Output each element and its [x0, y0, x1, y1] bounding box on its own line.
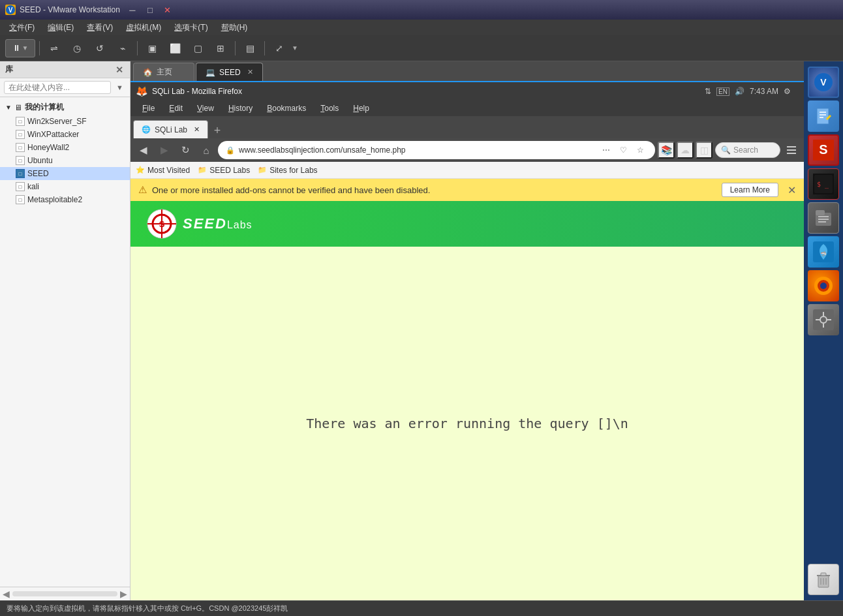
menu-vm[interactable]: 虚拟机(M)	[119, 21, 168, 35]
seed-tab-close-button[interactable]: ✕	[247, 68, 253, 76]
language-icon: EN	[716, 87, 729, 96]
ff-library-icons: 📚 ☁ ◫	[658, 142, 713, 159]
svg-text:V: V	[8, 7, 13, 14]
revert-button[interactable]: ↺	[89, 39, 110, 57]
firefox-hamburger-menu[interactable]	[783, 142, 800, 159]
seedlabs-logo: S SEEDLabs	[146, 208, 253, 239]
vm-icon-seed: □	[16, 169, 25, 178]
settings-icon[interactable]: ⚙	[784, 87, 791, 96]
snapshot-button[interactable]: ◷	[67, 39, 87, 57]
status-message: 要将输入定向到该虚拟机，请将鼠标指针移入其中或按 Ctrl+G。	[7, 604, 209, 613]
ff-menu-help[interactable]: Help	[346, 102, 376, 114]
vm-item-metasploitable[interactable]: □ Metasploitable2	[0, 193, 130, 206]
dock-trash-icon[interactable]	[808, 564, 839, 595]
menu-edit[interactable]: 编辑(E)	[41, 21, 80, 35]
learn-more-button[interactable]: Learn More	[722, 183, 778, 197]
library-search-input[interactable]	[4, 81, 111, 94]
send-ctrl-alt-del[interactable]: ⌁	[112, 39, 133, 57]
sqli-tab-close-button[interactable]: ✕	[194, 125, 200, 134]
search-box[interactable]: 🔍 Search	[715, 142, 780, 158]
home-nav-button[interactable]: ⌂	[197, 141, 215, 159]
notification-text: One or more installed add-ons cannot be …	[152, 185, 716, 195]
dock-tools-icon[interactable]	[808, 304, 839, 335]
dock-vmware-icon[interactable]: V	[808, 67, 839, 98]
sqli-tab-label: SQLi Lab	[155, 125, 187, 134]
dock-terminal-icon[interactable]: $ _	[808, 168, 839, 200]
window-controls: ─ □ ✕	[124, 3, 176, 17]
back-button[interactable]: ◀	[134, 141, 153, 159]
svg-text:$ _: $ _	[817, 181, 829, 189]
scroll-right-icon[interactable]: ▶	[120, 589, 127, 599]
sidebar-toggle-button[interactable]: ◫	[696, 142, 713, 159]
close-button[interactable]: ✕	[159, 3, 176, 17]
ff-menu-view[interactable]: View	[191, 102, 221, 114]
vm-label-metasploitable: Metasploitable2	[27, 195, 82, 204]
bookmarks-bar: ⭐ Most Visited 📁 SEED Labs 📁 Sites for L…	[130, 162, 804, 179]
normal-view-button[interactable]: ▣	[142, 39, 162, 57]
bookmark-most-visited[interactable]: ⭐ Most Visited	[136, 166, 190, 175]
svg-rect-9	[817, 108, 829, 124]
firefox-title-bar: 🦊 SQLi Lab - Mozilla Firefox ⇅ EN 🔊 7:43…	[130, 82, 804, 100]
autofit-button[interactable]: ⊞	[210, 39, 231, 57]
vm-item-honeywall[interactable]: □ HoneyWall2	[0, 141, 130, 154]
dock-wireshark-icon[interactable]: 🦈	[808, 236, 839, 268]
dock-firefox-icon[interactable]	[808, 270, 839, 301]
lock-icon: 🔒	[226, 146, 235, 155]
dock-seed-s-icon[interactable]: S	[808, 134, 839, 166]
bookmark-seed-labs[interactable]: 📁 SEED Labs	[198, 166, 250, 175]
full-screen-button[interactable]: ⬜	[164, 39, 185, 57]
vm-label-honeywall: HoneyWall2	[27, 143, 69, 152]
toolbar-separator-2	[137, 41, 138, 55]
refresh-button[interactable]: ↻	[176, 141, 194, 159]
vm-item-winxp[interactable]: □ WinXPattacker	[0, 128, 130, 141]
seedlabs-header: S SEEDLabs	[130, 201, 804, 247]
ff-menu-tools[interactable]: Tools	[314, 102, 345, 114]
library-button[interactable]: 📚	[658, 142, 675, 159]
scroll-left-icon[interactable]: ◀	[3, 589, 10, 599]
vm-item-seed[interactable]: □ SEED	[0, 167, 130, 180]
ff-menu-file[interactable]: File	[136, 102, 161, 114]
library-header: 库 ✕	[0, 61, 130, 78]
notification-close-button[interactable]: ✕	[788, 184, 796, 196]
vm-item-ubuntu[interactable]: □ Ubuntu	[0, 154, 130, 167]
connect-vm-button[interactable]: ⇌	[44, 39, 65, 57]
console-view-button[interactable]: ▤	[239, 39, 260, 57]
dock-files-icon[interactable]	[808, 202, 839, 234]
right-dock: V S $ _ 🦈	[804, 61, 843, 600]
tree-parent-my-computer[interactable]: ▼ 🖥 我的计算机	[0, 100, 130, 115]
ff-menu-edit[interactable]: Edit	[162, 102, 189, 114]
menu-view[interactable]: 查看(V)	[80, 21, 119, 35]
bookmark-star-button[interactable]: ☆	[633, 143, 647, 157]
library-close-button[interactable]: ✕	[114, 65, 125, 75]
dock-edit-icon[interactable]	[808, 100, 839, 132]
unity-button[interactable]: ▢	[187, 39, 208, 57]
vm-label-kali: kali	[27, 182, 39, 191]
library-search-button[interactable]: ▼	[114, 81, 126, 94]
reader-view-button[interactable]: ♡	[616, 143, 630, 157]
vm-tab-bar: 🏠 主页 ✕ 💻 SEED ✕	[130, 61, 804, 82]
menu-file[interactable]: 文件(F)	[3, 21, 41, 35]
tab-seed[interactable]: 💻 SEED ✕	[196, 63, 263, 81]
notification-bar: ⚠ One or more installed add-ons cannot b…	[130, 179, 804, 201]
menu-help[interactable]: 帮助(H)	[215, 21, 254, 35]
svg-text:S: S	[819, 142, 827, 157]
address-bar[interactable]: 🔒 www.seedlabsqlinjection.com/unsafe_hom…	[218, 141, 655, 159]
tab-home[interactable]: 🏠 主页 ✕	[133, 63, 194, 81]
pause-button[interactable]: ⏸ ▼	[5, 39, 35, 57]
minimize-button[interactable]: ─	[124, 3, 141, 17]
firefox-tab-sqli[interactable]: 🌐 SQLi Lab ✕	[133, 120, 208, 138]
vm-item-kali[interactable]: □ kali	[0, 180, 130, 193]
menu-line-3	[787, 153, 796, 154]
vm-item-win2k[interactable]: □ Win2kServer_SF	[0, 115, 130, 128]
sync-button[interactable]: ☁	[677, 142, 694, 159]
ff-menu-history[interactable]: History	[222, 102, 259, 114]
bookmark-sites-for-labs[interactable]: 📁 Sites for Labs	[258, 166, 317, 175]
firefox-new-tab-button[interactable]: +	[208, 123, 226, 138]
vm-label-winxp: WinXPattacker	[27, 130, 79, 139]
fullscreen-expand-button[interactable]: ⤢	[269, 39, 290, 57]
ff-menu-bookmarks[interactable]: Bookmarks	[260, 102, 313, 114]
maximize-button[interactable]: □	[142, 3, 159, 17]
address-options-button[interactable]: ⋯	[599, 143, 613, 157]
forward-button[interactable]: ▶	[155, 141, 174, 159]
menu-tabs[interactable]: 选项卡(T)	[168, 21, 214, 35]
